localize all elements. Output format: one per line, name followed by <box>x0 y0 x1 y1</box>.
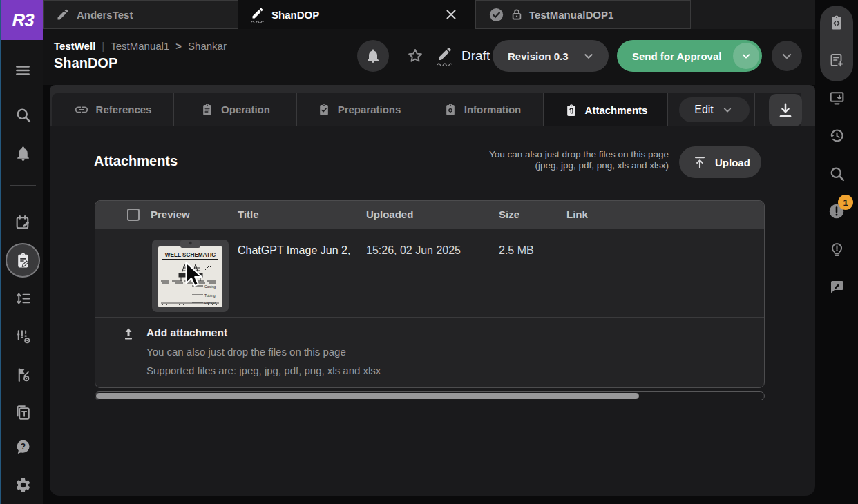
clipboard-gear-icon <box>444 103 457 117</box>
edit-dropdown-button[interactable]: Edit <box>679 97 750 122</box>
clipboard-text-icon <box>15 404 32 421</box>
breadcrumb-parent[interactable]: TestManual1 <box>111 40 169 52</box>
approve-dropdown-toggle[interactable] <box>733 43 759 69</box>
attachments-table: Preview Title Uploaded Size Link WELL SC… <box>95 200 765 388</box>
gear-icon <box>15 476 32 494</box>
sidebar-tools-button[interactable] <box>13 365 32 384</box>
right-sidebar: 1 <box>815 0 858 504</box>
history-icon <box>828 127 846 144</box>
doc-tab-label: ShanDOP <box>271 9 319 21</box>
close-icon[interactable] <box>444 7 459 22</box>
suggestions-button[interactable] <box>820 235 853 262</box>
history-button[interactable] <box>820 122 853 149</box>
favorite-button[interactable] <box>406 47 424 65</box>
tab-label: References <box>96 104 152 115</box>
chevron-down-icon <box>581 48 596 64</box>
sidebar-help-button[interactable] <box>13 437 32 456</box>
doc-tab-testmanualdop1[interactable]: TestManualDOP1 <box>475 0 691 29</box>
scrollbar-thumb[interactable] <box>96 393 639 399</box>
col-title: Title <box>238 201 259 229</box>
breadcrumb-current[interactable]: Shankar <box>188 40 227 52</box>
status-indicator: Draft <box>437 46 490 66</box>
sidebar-activity-list-button[interactable] <box>13 289 32 308</box>
bell-icon <box>365 48 381 64</box>
breadcrumb-root[interactable]: TestWell <box>54 40 95 52</box>
breadcrumb-chevron: > <box>175 40 182 52</box>
sidebar-templates-button[interactable] <box>13 403 32 422</box>
pencil-draft-icon <box>251 6 265 23</box>
sidebar-procedures-button-active[interactable] <box>6 243 40 278</box>
clipboard-lines-icon <box>200 103 214 117</box>
export-button[interactable] <box>820 84 853 111</box>
add-form-button[interactable] <box>820 46 853 74</box>
left-sidebar: R3 <box>0 0 43 504</box>
tab-attachments[interactable]: Attachments <box>544 93 668 127</box>
check-circle-icon <box>488 7 504 23</box>
revision-dropdown[interactable]: Revision 0.3 <box>493 40 609 72</box>
doc-tab-shandop[interactable]: ShanDOP <box>238 0 477 29</box>
send-for-approval-label: Send for Approval <box>632 50 721 62</box>
thumbnail-label-casing: Casing <box>204 284 216 289</box>
download-document-button[interactable] <box>769 94 802 126</box>
doc-tab-label: AndersTest <box>77 9 133 21</box>
feedback-button[interactable] <box>820 273 853 300</box>
sidebar-parameters-button[interactable] <box>13 327 32 346</box>
cell-size: 2.5 MB <box>499 244 534 257</box>
panel-search-button[interactable] <box>820 159 853 187</box>
revision-label: Revision 0.3 <box>508 50 569 62</box>
upload-label: Upload <box>715 157 750 168</box>
upload-icon <box>692 155 707 170</box>
chevron-down-icon <box>721 103 734 117</box>
pencil-icon <box>56 8 70 21</box>
add-attachment-title: Add attachment <box>146 327 227 339</box>
menu-button[interactable] <box>13 61 32 80</box>
collapse-header-button[interactable] <box>772 41 802 71</box>
sidebar-divider <box>10 185 36 186</box>
display-download-icon <box>828 89 846 106</box>
doc-tab-anderstest[interactable]: AndersTest <box>43 0 238 29</box>
horizontal-scrollbar[interactable] <box>95 391 765 400</box>
tab-operation[interactable]: Operation <box>174 93 297 126</box>
page-title: ShanDOP <box>54 55 117 71</box>
section-tab-strip: References Operation Preparations Inform… <box>50 85 815 126</box>
col-preview: Preview <box>151 201 190 229</box>
thumbnail-title: WELL SCHEMATIC <box>165 252 216 258</box>
sidebar-planner-button[interactable] <box>13 213 32 232</box>
form-plus-icon <box>828 52 845 68</box>
drop-hint: You can also just drop the files on this… <box>326 149 669 171</box>
add-attachment-hint2: Supported files are: jpeg, jpg, pdf, png… <box>146 365 381 376</box>
cell-title[interactable]: ChatGPT Image Jun 2, <box>238 244 359 257</box>
app-logo[interactable]: R3 <box>1 0 44 40</box>
thumbnail-label-tubing: Tubing <box>204 293 216 298</box>
help-icon <box>15 438 32 456</box>
hamburger-icon <box>14 61 32 79</box>
tab-preparations[interactable]: Preparations <box>297 93 421 126</box>
sidebar-settings-button[interactable] <box>13 475 32 494</box>
doc-tab-label: TestManualDOP1 <box>529 9 613 21</box>
cell-uploaded: 15:26, 02 Jun 2025 <box>366 244 461 257</box>
upload-button[interactable]: Upload <box>679 146 761 178</box>
select-all-checkbox[interactable] <box>127 209 140 221</box>
notifications-button[interactable] <box>357 40 389 72</box>
search-icon <box>828 165 846 182</box>
chevron-down-icon <box>779 48 795 64</box>
chevron-down-icon <box>739 49 753 63</box>
line-list-icon <box>15 290 32 307</box>
top-tab-bar: AndersTest ShanDOP TestManualDOP1 <box>43 0 815 29</box>
tab-label: Information <box>464 104 522 115</box>
code-view-button[interactable] <box>820 9 853 37</box>
send-for-approval-button[interactable]: Send for Approval <box>617 40 762 72</box>
document-header: TestWell | TestManual1 > Shankar ShanDOP… <box>43 29 815 85</box>
tab-label: Operation <box>221 104 270 115</box>
issues-badge: 1 <box>838 195 853 210</box>
attachments-heading: Attachments <box>94 153 178 169</box>
clipboard-paperclip-icon <box>564 104 578 117</box>
tab-information[interactable]: Information <box>421 93 544 126</box>
sidebar-search-button[interactable] <box>13 105 32 124</box>
col-uploaded: Uploaded <box>366 201 413 229</box>
attachment-thumbnail[interactable]: WELL SCHEMATIC Casing Tubing Packer <box>151 239 229 313</box>
breadcrumb: TestWell | TestManual1 > Shankar <box>54 40 227 52</box>
tab-references[interactable]: References <box>52 93 174 126</box>
sidebar-notifications-button[interactable] <box>13 144 32 163</box>
drop-hint-line2: (jpeg, jpg, pdf, png, xls and xlsx) <box>326 160 669 171</box>
